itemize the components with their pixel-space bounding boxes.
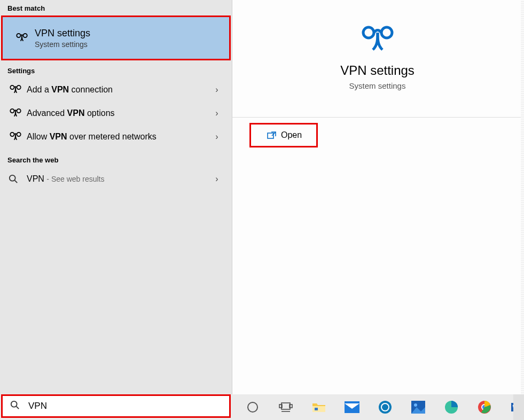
svg-rect-16 [290, 405, 292, 408]
svg-point-6 [10, 132, 14, 136]
svg-point-12 [11, 401, 17, 407]
chevron-right-icon: › [210, 174, 223, 184]
search-results-pane: Best match VPN settings System settings … [0, 0, 232, 394]
web-item-label: VPN - See web results [27, 174, 210, 184]
vpn-icon [9, 107, 27, 120]
preview-pane: VPN settings System settings Open [232, 0, 522, 394]
task-view-icon[interactable] [275, 395, 297, 419]
vpn-icon [11, 32, 33, 44]
chevron-right-icon: › [210, 108, 223, 118]
scrollbar[interactable] [521, 0, 524, 394]
chevron-right-icon: › [210, 85, 223, 95]
settings-item-label: Allow VPN over metered networks [27, 132, 210, 142]
best-match-title: VPN settings [35, 28, 90, 39]
svg-rect-17 [312, 406, 325, 412]
svg-rect-14 [281, 403, 290, 409]
svg-point-7 [17, 132, 21, 136]
preview-subtitle: System settings [243, 81, 512, 90]
divider [232, 117, 522, 118]
photos-icon[interactable] [407, 395, 429, 419]
search-input[interactable]: VPN [1, 394, 231, 418]
svg-rect-11 [268, 133, 273, 138]
web-list: VPN - See web results› [0, 167, 232, 194]
settings-list: Add a VPN connection›Advanced VPN option… [0, 78, 232, 152]
open-label: Open [281, 130, 302, 140]
vpn-icon-large [356, 21, 399, 53]
settings-item[interactable]: Add a VPN connection› [0, 78, 232, 102]
settings-item-label: Add a VPN connection [27, 85, 210, 95]
settings-header: Settings [0, 63, 232, 78]
taskbar: VPN W [0, 394, 524, 420]
chrome-icon[interactable] [473, 395, 496, 419]
chevron-right-icon: › [210, 132, 223, 142]
search-web-header: Search the web [0, 152, 232, 167]
settings-item[interactable]: Advanced VPN options› [0, 102, 232, 125]
open-action[interactable]: Open [249, 123, 318, 147]
preview-title: VPN settings [243, 63, 512, 78]
settings-item-label: Advanced VPN options [27, 108, 210, 118]
edge-icon[interactable] [440, 395, 463, 419]
vpn-icon [9, 84, 27, 96]
taskbar-scroll[interactable] [513, 394, 524, 420]
svg-point-1 [24, 34, 27, 37]
vpn-icon [9, 131, 27, 143]
taskbar-icons: W [241, 395, 524, 419]
svg-point-8 [10, 175, 15, 181]
open-external-icon [267, 131, 277, 139]
web-item[interactable]: VPN - See web results› [0, 167, 232, 191]
settings-item[interactable]: Allow VPN over metered networks› [0, 125, 232, 149]
search-icon [9, 174, 27, 184]
mail-icon[interactable] [341, 395, 363, 419]
svg-point-2 [10, 85, 14, 89]
svg-point-13 [248, 402, 257, 412]
file-explorer-icon[interactable] [308, 395, 330, 419]
search-icon [10, 400, 24, 412]
cortana-icon[interactable] [241, 395, 264, 419]
best-match-result[interactable]: VPN settings System settings [1, 15, 231, 60]
svg-point-24 [414, 403, 417, 407]
svg-point-5 [17, 108, 21, 112]
svg-rect-18 [315, 408, 318, 410]
best-match-subtitle: System settings [35, 40, 90, 49]
dell-icon[interactable] [374, 395, 396, 419]
svg-point-0 [17, 34, 20, 37]
svg-point-9 [363, 27, 374, 38]
svg-point-4 [10, 108, 14, 112]
search-text: VPN [28, 401, 47, 411]
svg-point-22 [382, 404, 388, 410]
svg-point-3 [17, 85, 21, 89]
svg-point-10 [381, 27, 392, 38]
best-match-header: Best match [0, 0, 232, 15]
svg-rect-15 [279, 405, 282, 408]
